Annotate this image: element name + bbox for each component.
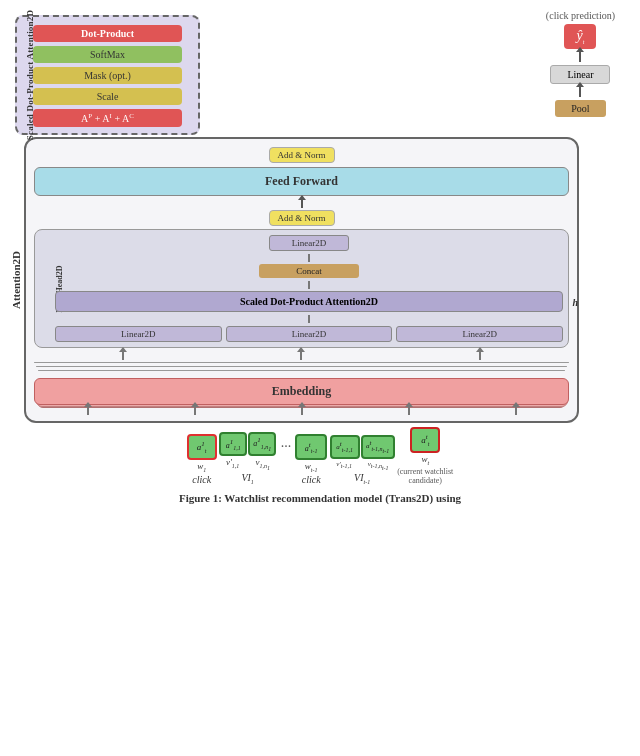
token-at-1: att-1,1 xyxy=(330,435,360,459)
embedding-box: Embedding xyxy=(34,378,569,405)
token-group-current: att wt (current watchlistcandidate) xyxy=(397,427,453,485)
embedding-section: Embedding xyxy=(34,378,569,405)
current-label: (current watchlistcandidate) xyxy=(397,467,453,485)
dots-separator: ··· xyxy=(279,439,294,455)
softmax-layer: SoftMax xyxy=(33,46,182,63)
click-label-1: click xyxy=(192,474,211,485)
click-label-2: click xyxy=(302,474,321,485)
pool-box: Pool xyxy=(555,100,605,117)
sdpa-rotated-label: Scaled Dot-Product Attention2D xyxy=(25,10,35,140)
wt-1-label: wt-1 xyxy=(305,461,318,473)
linear2d-3: Linear2D xyxy=(396,326,563,342)
y-hat-box: ŷt xyxy=(564,24,596,49)
token-group-click-t-1: att-1 wt-1 click xyxy=(295,434,327,485)
add-norm-mid: Add & Norm xyxy=(269,210,335,226)
sdpa-detail-box: Scaled Dot-Product Attention2D Dot-Produ… xyxy=(15,15,200,135)
sdpa-wide-box: Scaled Dot-Product Attention2D h xyxy=(55,291,563,312)
vt-nt-label: vt-1,nt-1 xyxy=(361,460,395,472)
feed-forward-box: Feed Forward xyxy=(34,167,569,196)
token-at-t: att xyxy=(410,427,440,453)
arrow-up-2 xyxy=(579,87,581,97)
linear2d-row: Linear2D Linear2D Linear2D xyxy=(55,326,563,342)
vi-t1-label: VIt-1 xyxy=(354,472,370,485)
wt-label: wt xyxy=(421,454,429,466)
v11-label: v'1,1 xyxy=(219,457,247,471)
prediction-column: (click prediction) ŷt Linear Pool xyxy=(546,10,625,117)
dot-product-layer: Dot-Product xyxy=(33,25,182,42)
click-prediction-label: (click prediction) xyxy=(546,10,615,21)
mask-layer: Mask (opt.) xyxy=(33,67,182,84)
attention2d-outer-label: Attention2D xyxy=(10,251,22,309)
h-label: h xyxy=(572,296,578,307)
token-group-click-1: a1t w1 click xyxy=(187,434,217,485)
token-a11-1: a11,1 xyxy=(219,432,247,456)
multihead-box: MultiHead2D Linear2D Concat xyxy=(34,229,569,348)
linear2d-2: Linear2D xyxy=(226,326,393,342)
sum-layer: AP + AI + AC xyxy=(33,109,182,127)
w1-label: w1 xyxy=(197,461,206,473)
vt-1-label: v't-1,1 xyxy=(329,460,359,472)
v1n1-label: v1,n1 xyxy=(249,457,277,471)
scale-layer: Scale xyxy=(33,88,182,105)
figure-caption: Figure 1: Watchlist recommendation model… xyxy=(41,491,599,506)
main-container: Scaled Dot-Product Attention2D Dot-Produ… xyxy=(0,0,640,756)
vi1-label: VI1 xyxy=(241,472,253,485)
concat-box: Concat xyxy=(259,264,359,278)
linear2d-top: Linear2D xyxy=(269,235,349,251)
token-group-vi1: a11,1 a11,n1 v'1,1 v1,n1 VI1 xyxy=(219,432,277,485)
tokens-section: a1t w1 click a11,1 a11,n1 v'1,1 v1,n1 VI… xyxy=(30,427,610,485)
arrow-ff xyxy=(301,200,303,208)
token-at-nt: att-1,nt-1 xyxy=(361,435,395,459)
linear2d-1: Linear2D xyxy=(55,326,222,342)
attention2d-outer-box: Add & Norm Feed Forward Add & Norm Multi… xyxy=(24,137,579,423)
token-at-t-1: att-1 xyxy=(295,434,327,460)
add-norm-top: Add & Norm xyxy=(269,147,335,163)
arrow-up-1 xyxy=(579,52,581,62)
token-a11-n1: a11,n1 xyxy=(248,432,276,456)
token-group-vi-t-1: att-1,1 att-1,nt-1 v't-1,1 vt-1,nt-1 VIt… xyxy=(329,435,395,486)
token-a1t: a1t xyxy=(187,434,217,460)
